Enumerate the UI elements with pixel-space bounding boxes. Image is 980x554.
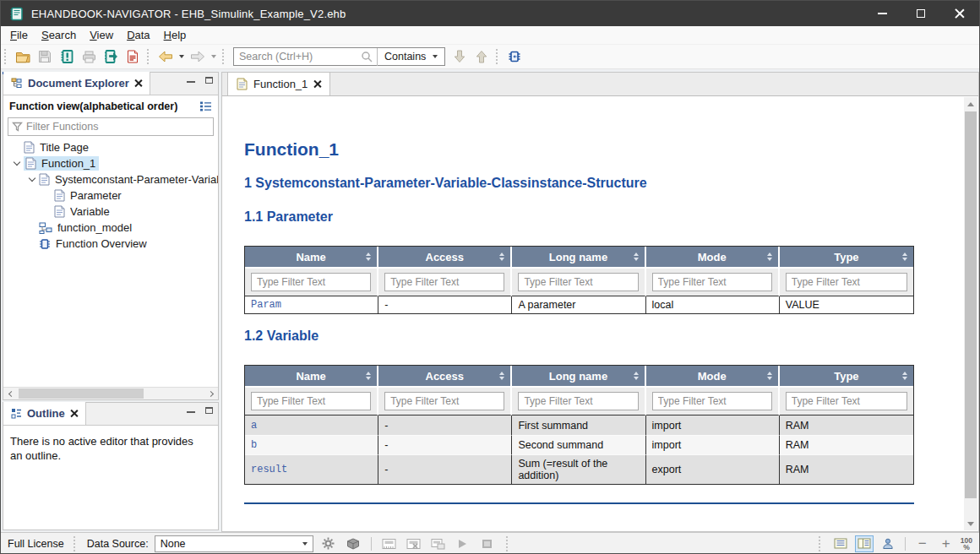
menu-search[interactable]: Search (35, 27, 83, 43)
menu-data[interactable]: Data (120, 27, 156, 43)
sort-icon[interactable] (902, 372, 907, 380)
column-header[interactable]: Mode (646, 247, 780, 267)
tab-function-1[interactable]: Function_1 (227, 72, 330, 95)
column-header[interactable]: Name (245, 247, 378, 267)
minimize-panel-icon[interactable] (187, 411, 195, 413)
column-header[interactable]: Access (378, 366, 512, 386)
zoom-in-button[interactable]: + (937, 535, 956, 552)
stop-visualization-button[interactable] (478, 535, 497, 552)
navigate-back-button[interactable] (155, 46, 176, 67)
column-header[interactable]: Name (245, 366, 378, 386)
split-view-button[interactable] (855, 535, 874, 552)
scrollbar-thumb[interactable] (19, 388, 144, 399)
tree-item-function-overview[interactable]: Function Overview (3, 236, 218, 252)
data-source-settings-button[interactable] (319, 535, 338, 552)
search-previous-button[interactable] (471, 46, 492, 67)
tree-item-function-model[interactable]: function_model (3, 220, 218, 236)
measurement-config-button[interactable] (380, 535, 399, 552)
export-pdf-button[interactable] (122, 46, 143, 67)
column-filter-input[interactable] (251, 273, 371, 291)
zoom-level[interactable]: 100 % (961, 537, 972, 551)
search-input[interactable] (234, 51, 361, 62)
explorer-horizontal-scrollbar[interactable] (3, 387, 218, 399)
measurement-remove-button[interactable] (405, 535, 423, 552)
chevron-expanded-icon[interactable] (14, 159, 20, 166)
print-button[interactable] (79, 46, 99, 67)
tab-outline[interactable]: Outline (3, 402, 86, 425)
close-button[interactable] (940, 1, 979, 26)
maximize-panel-icon[interactable] (205, 77, 213, 84)
column-header[interactable]: Long name (512, 366, 645, 386)
scroll-left-button[interactable] (3, 388, 16, 400)
filter-functions-input[interactable] (23, 121, 213, 133)
reader-view-button[interactable] (879, 535, 897, 552)
column-header[interactable]: Type (780, 247, 913, 267)
maximize-panel-icon[interactable] (205, 407, 213, 414)
zoom-out-button[interactable]: − (913, 535, 932, 552)
start-visualization-button[interactable] (454, 535, 472, 552)
back-history-caret[interactable] (179, 55, 184, 58)
open-handbook-button[interactable] (13, 46, 33, 67)
sort-icon[interactable] (499, 253, 504, 261)
column-header[interactable]: Access (378, 247, 512, 267)
search-next-button[interactable] (449, 46, 470, 67)
sort-icon[interactable] (767, 253, 772, 261)
maximize-button[interactable] (901, 1, 940, 26)
tree-item-parameter[interactable]: Parameter (3, 187, 218, 204)
scrollbar-thumb[interactable] (965, 111, 977, 498)
function-overview-button[interactable] (504, 46, 525, 67)
save-button[interactable] (35, 46, 55, 67)
column-filter-input[interactable] (652, 392, 772, 410)
sort-icon[interactable] (366, 372, 371, 380)
scroll-up-button[interactable] (964, 97, 977, 111)
scroll-right-button[interactable] (205, 388, 218, 400)
sort-icon[interactable] (902, 253, 907, 261)
parameter-link[interactable]: Param (245, 296, 378, 313)
sort-icon[interactable] (767, 372, 772, 380)
column-header[interactable]: Long name (512, 247, 645, 267)
tree-item-systemconstant[interactable]: Systemconstant-Parameter-Variable-Classi… (3, 171, 218, 187)
column-filter-input[interactable] (652, 273, 772, 291)
tree-item-variable[interactable]: Variable (3, 204, 218, 220)
tab-document-explorer[interactable]: Document Explorer (3, 72, 150, 95)
variable-link[interactable]: result (245, 454, 378, 484)
forward-history-caret[interactable] (211, 55, 216, 58)
data-container-button[interactable] (344, 535, 362, 552)
chevron-expanded-icon[interactable] (29, 175, 35, 182)
column-header[interactable]: Type (780, 366, 913, 386)
sort-icon[interactable] (366, 253, 371, 261)
column-filter-input[interactable] (786, 273, 907, 291)
column-filter-input[interactable] (384, 273, 504, 291)
menu-view[interactable]: View (83, 27, 120, 43)
column-filter-input[interactable] (786, 392, 907, 410)
editor-vertical-scrollbar[interactable] (964, 97, 977, 530)
close-tab-icon[interactable] (313, 80, 321, 88)
measurement-window-button[interactable] (429, 535, 448, 552)
match-mode-dropdown[interactable]: Contains (378, 51, 444, 62)
sort-icon[interactable] (634, 372, 639, 380)
view-menu-icon[interactable] (199, 101, 212, 111)
column-header[interactable]: Mode (646, 366, 780, 386)
variable-link[interactable]: b (245, 435, 378, 454)
minimize-panel-icon[interactable] (187, 81, 195, 83)
single-page-view-button[interactable] (831, 535, 850, 552)
tree-item-title-page[interactable]: Title Page (3, 139, 218, 155)
column-filter-input[interactable] (518, 392, 638, 410)
sort-icon[interactable] (499, 372, 504, 380)
column-filter-input[interactable] (251, 392, 371, 410)
close-tab-icon[interactable] (134, 79, 142, 87)
minimize-button[interactable] (863, 1, 901, 26)
scroll-down-button[interactable] (964, 517, 977, 530)
column-filter-input[interactable] (384, 392, 504, 410)
tree-item-function-1[interactable]: Function_1 (3, 155, 218, 171)
column-filter-input[interactable] (518, 273, 638, 291)
export-handbook-button[interactable] (101, 46, 121, 67)
data-source-dropdown[interactable]: None (155, 535, 313, 552)
navigate-forward-button[interactable] (188, 46, 208, 67)
sort-icon[interactable] (634, 253, 639, 261)
menu-help[interactable]: Help (157, 27, 193, 43)
variable-link[interactable]: a (245, 416, 378, 435)
menu-file[interactable]: File (3, 27, 35, 43)
close-tab-icon[interactable] (70, 410, 78, 417)
scrollbar-track[interactable] (16, 388, 205, 400)
